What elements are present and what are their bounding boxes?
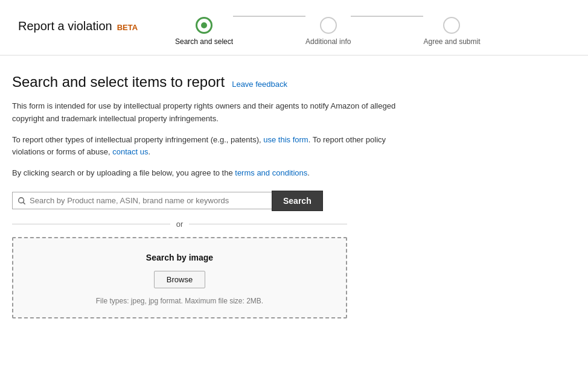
step-1-label: Search and select	[175, 37, 233, 46]
beta-badge: BETA	[117, 23, 138, 32]
agree-text: By clicking search or by uploading a fil…	[12, 167, 404, 180]
connector-1-2	[233, 17, 305, 31]
step-3-circle	[443, 17, 460, 34]
search-row: Search	[12, 191, 404, 211]
page-title: Report a violation	[18, 19, 112, 33]
or-line-left	[12, 224, 170, 224]
file-types-text: File types: jpeg, jpg format. Maximum fi…	[96, 297, 263, 305]
connector-2-3	[351, 17, 423, 31]
desc2-prefix: To report other types of intellectual pr…	[12, 135, 263, 144]
agree-suffix: .	[307, 168, 310, 177]
or-line-right	[189, 224, 347, 224]
page-header: Report a violation BETA Search and selec…	[0, 0, 588, 55]
step-3-label: Agree and submit	[423, 37, 480, 46]
search-icon	[18, 197, 26, 205]
connector-line-1	[233, 16, 305, 17]
step-2: Additional info	[305, 17, 351, 46]
contact-us-link[interactable]: contact us	[112, 147, 148, 156]
leave-feedback-link[interactable]: Leave feedback	[232, 80, 287, 89]
section-title-text: Search and select items to report	[12, 74, 225, 90]
description-2: To report other types of intellectual pr…	[12, 134, 404, 159]
connector-line-2	[351, 16, 423, 17]
image-upload-box: Search by image Browse File types: jpeg,…	[12, 237, 347, 318]
search-input[interactable]	[30, 196, 267, 205]
step-2-circle	[320, 17, 337, 34]
step-3: Agree and submit	[423, 17, 480, 46]
desc2-suffix: .	[148, 147, 150, 156]
search-input-wrap	[12, 192, 272, 209]
svg-line-1	[23, 202, 25, 204]
step-1-circle	[196, 17, 213, 34]
or-text: or	[176, 220, 184, 229]
use-this-form-link[interactable]: use this form	[263, 135, 308, 144]
main-content: Search and select items to report Leave …	[0, 55, 423, 337]
step-2-label: Additional info	[305, 37, 351, 46]
section-title-wrap: Search and select items to report Leave …	[12, 74, 404, 90]
description-1: This form is intended for use by intelle…	[12, 100, 404, 125]
or-divider: or	[12, 220, 347, 229]
step-1: Search and select	[175, 17, 233, 46]
stepper: Search and select Additional info Agree …	[175, 12, 481, 46]
image-upload-title: Search by image	[146, 253, 213, 262]
browse-button[interactable]: Browse	[154, 271, 205, 288]
search-button[interactable]: Search	[272, 191, 323, 211]
terms-link[interactable]: terms and conditions	[235, 168, 307, 177]
agree-prefix: By clicking search or by uploading a fil…	[12, 168, 235, 177]
page-title-wrap: Report a violation BETA	[18, 12, 139, 33]
